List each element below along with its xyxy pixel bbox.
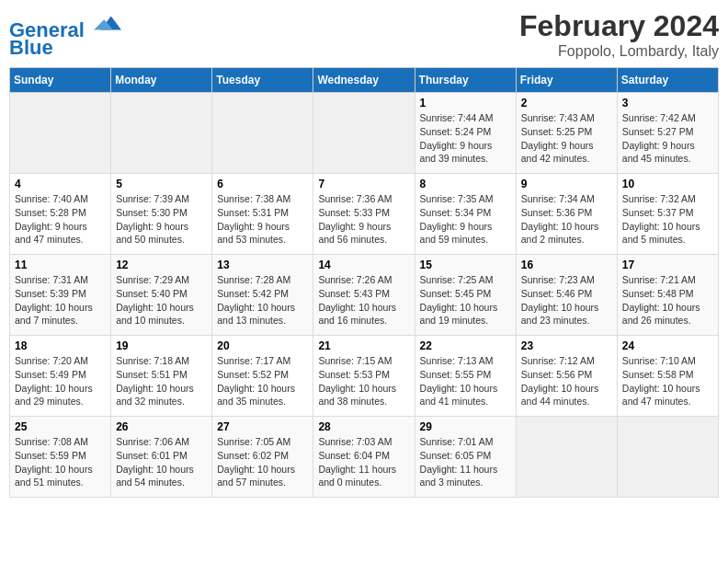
day-number: 28 (318, 420, 409, 433)
day-info: Sunrise: 7:34 AMSunset: 5:36 PMDaylight:… (521, 192, 612, 247)
calendar-cell: 10Sunrise: 7:32 AMSunset: 5:37 PMDayligh… (617, 174, 718, 255)
day-number: 12 (116, 259, 207, 271)
weekday-header-friday: Friday (516, 68, 617, 93)
day-info: Sunrise: 7:43 AMSunset: 5:25 PMDaylight:… (521, 111, 612, 166)
calendar-cell: 4Sunrise: 7:40 AMSunset: 5:28 PMDaylight… (10, 174, 111, 255)
day-number: 15 (420, 259, 511, 271)
day-number: 10 (622, 178, 713, 190)
day-number: 22 (420, 339, 511, 352)
calendar-week-row: 4Sunrise: 7:40 AMSunset: 5:28 PMDaylight… (10, 174, 719, 255)
calendar-cell: 6Sunrise: 7:38 AMSunset: 5:31 PMDaylight… (212, 174, 313, 255)
day-number: 19 (116, 339, 207, 352)
calendar-week-row: 11Sunrise: 7:31 AMSunset: 5:39 PMDayligh… (10, 255, 719, 336)
calendar-cell: 9Sunrise: 7:34 AMSunset: 5:36 PMDaylight… (516, 174, 617, 255)
weekday-header-tuesday: Tuesday (212, 68, 313, 93)
day-info: Sunrise: 7:15 AMSunset: 5:53 PMDaylight:… (318, 354, 409, 408)
day-info: Sunrise: 7:23 AMSunset: 5:46 PMDaylight:… (521, 273, 612, 327)
day-info: Sunrise: 7:13 AMSunset: 5:55 PMDaylight:… (420, 354, 511, 408)
day-number: 9 (521, 178, 612, 190)
calendar-week-row: 18Sunrise: 7:20 AMSunset: 5:49 PMDayligh… (10, 336, 719, 417)
day-info: Sunrise: 7:17 AMSunset: 5:52 PMDaylight:… (217, 354, 308, 408)
calendar-cell: 15Sunrise: 7:25 AMSunset: 5:45 PMDayligh… (415, 255, 516, 336)
day-info: Sunrise: 7:36 AMSunset: 5:33 PMDaylight:… (318, 192, 409, 247)
day-number: 18 (15, 339, 106, 352)
calendar-cell: 22Sunrise: 7:13 AMSunset: 5:55 PMDayligh… (415, 336, 516, 417)
logo: General Blue (9, 9, 121, 60)
day-info: Sunrise: 7:10 AMSunset: 5:58 PMDaylight:… (622, 354, 713, 408)
day-info: Sunrise: 7:39 AMSunset: 5:30 PMDaylight:… (116, 192, 207, 247)
day-info: Sunrise: 7:06 AMSunset: 6:01 PMDaylight:… (116, 435, 207, 489)
calendar-cell (617, 417, 718, 498)
calendar-cell: 23Sunrise: 7:12 AMSunset: 5:56 PMDayligh… (516, 336, 617, 417)
calendar-cell: 20Sunrise: 7:17 AMSunset: 5:52 PMDayligh… (212, 336, 313, 417)
day-info: Sunrise: 7:08 AMSunset: 5:59 PMDaylight:… (15, 435, 106, 489)
day-number: 6 (217, 178, 308, 190)
calendar-cell: 18Sunrise: 7:20 AMSunset: 5:49 PMDayligh… (10, 336, 111, 417)
day-info: Sunrise: 7:28 AMSunset: 5:42 PMDaylight:… (217, 273, 308, 327)
day-info: Sunrise: 7:03 AMSunset: 6:04 PMDaylight:… (318, 435, 409, 489)
day-number: 26 (116, 420, 207, 433)
day-info: Sunrise: 7:25 AMSunset: 5:45 PMDaylight:… (420, 273, 511, 327)
calendar-cell: 2Sunrise: 7:43 AMSunset: 5:25 PMDaylight… (516, 93, 617, 174)
day-info: Sunrise: 7:32 AMSunset: 5:37 PMDaylight:… (622, 192, 713, 247)
day-number: 4 (15, 178, 106, 190)
weekday-header-saturday: Saturday (617, 68, 718, 93)
day-info: Sunrise: 7:38 AMSunset: 5:31 PMDaylight:… (217, 192, 308, 247)
day-number: 3 (622, 97, 713, 109)
day-number: 2 (521, 97, 612, 109)
calendar-cell: 1Sunrise: 7:44 AMSunset: 5:24 PMDaylight… (415, 93, 516, 174)
calendar-cell (313, 93, 415, 174)
day-number: 7 (318, 178, 409, 190)
day-info: Sunrise: 7:40 AMSunset: 5:28 PMDaylight:… (15, 192, 106, 247)
day-number: 21 (318, 339, 409, 352)
calendar-cell: 14Sunrise: 7:26 AMSunset: 5:43 PMDayligh… (313, 255, 415, 336)
calendar-subtitle: Foppolo, Lombardy, Italy (519, 43, 719, 60)
calendar-title: February 2024 (519, 9, 719, 43)
day-number: 14 (318, 259, 409, 271)
day-number: 27 (217, 420, 308, 433)
calendar-week-row: 1Sunrise: 7:44 AMSunset: 5:24 PMDaylight… (10, 93, 719, 174)
weekday-header-monday: Monday (111, 68, 212, 93)
calendar-cell: 8Sunrise: 7:35 AMSunset: 5:34 PMDaylight… (415, 174, 516, 255)
day-number: 5 (116, 178, 207, 190)
day-number: 25 (15, 420, 106, 433)
weekday-header-wednesday: Wednesday (313, 68, 415, 93)
day-info: Sunrise: 7:20 AMSunset: 5:49 PMDaylight:… (15, 354, 106, 408)
day-info: Sunrise: 7:31 AMSunset: 5:39 PMDaylight:… (15, 273, 106, 327)
calendar-cell: 24Sunrise: 7:10 AMSunset: 5:58 PMDayligh… (617, 336, 718, 417)
calendar-cell (111, 93, 212, 174)
day-info: Sunrise: 7:12 AMSunset: 5:56 PMDaylight:… (521, 354, 612, 408)
calendar-cell: 17Sunrise: 7:21 AMSunset: 5:48 PMDayligh… (617, 255, 718, 336)
day-info: Sunrise: 7:05 AMSunset: 6:02 PMDaylight:… (217, 435, 308, 489)
day-number: 23 (521, 339, 612, 352)
day-number: 1 (420, 97, 511, 109)
calendar-cell: 13Sunrise: 7:28 AMSunset: 5:42 PMDayligh… (212, 255, 313, 336)
day-number: 17 (622, 259, 713, 271)
calendar-cell: 19Sunrise: 7:18 AMSunset: 5:51 PMDayligh… (111, 336, 212, 417)
day-info: Sunrise: 7:35 AMSunset: 5:34 PMDaylight:… (420, 192, 511, 247)
day-number: 29 (420, 420, 511, 433)
logo-icon (94, 9, 121, 37)
day-info: Sunrise: 7:42 AMSunset: 5:27 PMDaylight:… (622, 111, 713, 166)
calendar-cell: 7Sunrise: 7:36 AMSunset: 5:33 PMDaylight… (313, 174, 415, 255)
weekday-header-row: SundayMondayTuesdayWednesdayThursdayFrid… (10, 68, 719, 93)
calendar-cell: 11Sunrise: 7:31 AMSunset: 5:39 PMDayligh… (10, 255, 111, 336)
calendar-cell: 3Sunrise: 7:42 AMSunset: 5:27 PMDaylight… (617, 93, 718, 174)
calendar-cell (10, 93, 111, 174)
calendar-cell: 28Sunrise: 7:03 AMSunset: 6:04 PMDayligh… (313, 417, 415, 498)
page-header: General Blue February 2024 Foppolo, Lomb… (9, 9, 719, 60)
day-info: Sunrise: 7:26 AMSunset: 5:43 PMDaylight:… (318, 273, 409, 327)
calendar-table: SundayMondayTuesdayWednesdayThursdayFrid… (9, 67, 719, 498)
day-number: 13 (217, 259, 308, 271)
calendar-cell: 21Sunrise: 7:15 AMSunset: 5:53 PMDayligh… (313, 336, 415, 417)
calendar-cell: 5Sunrise: 7:39 AMSunset: 5:30 PMDaylight… (111, 174, 212, 255)
calendar-cell: 26Sunrise: 7:06 AMSunset: 6:01 PMDayligh… (111, 417, 212, 498)
calendar-cell: 16Sunrise: 7:23 AMSunset: 5:46 PMDayligh… (516, 255, 617, 336)
day-number: 24 (622, 339, 713, 352)
title-block: February 2024 Foppolo, Lombardy, Italy (519, 9, 719, 60)
day-number: 20 (217, 339, 308, 352)
calendar-cell: 25Sunrise: 7:08 AMSunset: 5:59 PMDayligh… (10, 417, 111, 498)
calendar-cell: 27Sunrise: 7:05 AMSunset: 6:02 PMDayligh… (212, 417, 313, 498)
day-number: 11 (15, 259, 106, 271)
calendar-week-row: 25Sunrise: 7:08 AMSunset: 5:59 PMDayligh… (10, 417, 719, 498)
